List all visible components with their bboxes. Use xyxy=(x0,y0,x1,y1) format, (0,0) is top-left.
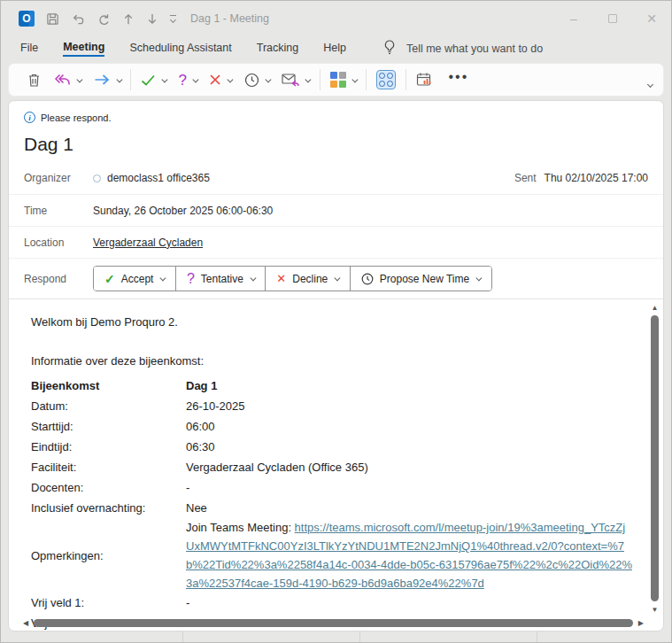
table-row: Eindtijd: 06:30 xyxy=(31,437,633,457)
respond-button[interactable] xyxy=(275,67,316,92)
info-icon: i xyxy=(24,112,35,123)
row-value: 06:30 xyxy=(186,437,633,457)
accept-respond-button[interactable]: ✓ Accept xyxy=(94,267,175,291)
vertical-scroll-thumb[interactable] xyxy=(651,315,659,601)
tab-help[interactable]: Help xyxy=(323,42,346,56)
time-row: Time Sunday, 26 October 2025 06:00-06:30 xyxy=(9,194,663,226)
horizontal-scrollbar[interactable]: ◀ ▶ xyxy=(23,616,644,629)
location-link[interactable]: Vergaderzaal Cycladen xyxy=(93,236,203,249)
scroll-right-icon[interactable]: ▶ xyxy=(633,619,644,627)
collapse-ribbon-icon[interactable] xyxy=(648,74,653,90)
more-commands-button[interactable]: ••• xyxy=(439,69,477,90)
clock-icon xyxy=(361,273,374,285)
chevron-down-icon xyxy=(476,275,482,281)
time-label: Time xyxy=(24,205,93,217)
table-row: Vrij veld 1: - xyxy=(31,593,633,613)
body-intro: Welkom bij Demo Proquro 2. xyxy=(31,315,633,329)
decline-respond-button[interactable]: ✕ Decline xyxy=(265,267,349,291)
organizer-row: Organizer democlass1 office365 Sent Thu … xyxy=(9,162,663,194)
minimize-button[interactable]: – xyxy=(554,1,593,36)
tentative-respond-button[interactable]: ? Tentative xyxy=(175,267,265,291)
chevron-down-icon xyxy=(228,76,233,81)
scroll-up-icon[interactable]: ▲ xyxy=(652,301,659,314)
horizontal-scroll-thumb[interactable] xyxy=(34,619,633,627)
chevron-down-icon xyxy=(77,76,82,81)
sent-value: Thu 02/10/2025 17:00 xyxy=(545,172,648,184)
maximize-button[interactable] xyxy=(593,1,632,36)
outlook-app-icon: O xyxy=(19,11,35,27)
categorize-button[interactable] xyxy=(324,67,363,92)
quick-access-toolbar: O xyxy=(19,11,176,27)
scroll-left-icon[interactable]: ◀ xyxy=(23,619,34,627)
reply-all-button[interactable] xyxy=(47,67,88,92)
organizer-name[interactable]: democlass1 office365 xyxy=(107,172,210,184)
accept-label: Accept xyxy=(121,273,154,285)
propose-new-time-button[interactable] xyxy=(238,67,276,92)
tab-file[interactable]: File xyxy=(20,42,38,56)
ribbon-tabs: File Meeting Scheduling Assistant Tracki… xyxy=(1,36,671,61)
row-value: Dag 1 xyxy=(186,376,633,396)
infobar-message: Please respond. xyxy=(41,112,112,123)
row-label: Datum: xyxy=(31,396,186,416)
question-icon: ? xyxy=(187,271,195,287)
chevron-down-icon xyxy=(335,275,340,281)
meeting-pane: i Please respond. Dag 1 Organizer democl… xyxy=(8,100,664,631)
apps-button[interactable] xyxy=(370,67,402,92)
close-button[interactable]: ✕ xyxy=(632,1,671,36)
undo-icon[interactable] xyxy=(71,12,85,26)
move-up-icon[interactable] xyxy=(122,12,135,26)
presence-icon xyxy=(93,174,101,182)
tell-me-label: Tell me what you want to do xyxy=(406,43,543,55)
row-label: Inclusief overnachting: xyxy=(31,498,186,518)
chevron-down-icon xyxy=(160,275,166,281)
customize-qat-icon[interactable] xyxy=(170,15,176,22)
accept-button[interactable] xyxy=(135,67,173,92)
tentative-button[interactable]: ? xyxy=(173,67,204,92)
move-down-icon[interactable] xyxy=(146,12,158,26)
respond-label: Respond xyxy=(24,273,93,285)
insights-button[interactable] xyxy=(410,67,439,92)
vertical-scrollbar[interactable]: ▲ ▼ xyxy=(648,301,661,616)
delete-button[interactable] xyxy=(21,67,47,92)
row-label: Eindtijd: xyxy=(31,437,186,457)
question-mark-icon: ? xyxy=(179,73,187,88)
chevron-down-icon xyxy=(352,76,358,81)
chevron-down-icon xyxy=(162,76,167,81)
window-controls: – ✕ xyxy=(554,1,671,36)
sent-label: Sent xyxy=(514,172,537,184)
ribbon-separator xyxy=(320,69,321,90)
respond-row: Respond ✓ Accept ? Tentative ✕ Decline xyxy=(9,258,663,298)
table-row: Starttijd: 06:00 xyxy=(31,416,633,437)
ribbon-separator xyxy=(366,69,367,90)
propose-new-time-respond-button[interactable]: Propose New Time xyxy=(350,267,491,291)
maximize-icon xyxy=(608,14,617,23)
redo-icon[interactable] xyxy=(97,12,111,26)
tab-tracking[interactable]: Tracking xyxy=(257,42,298,56)
row-label: Faciliteit: xyxy=(31,457,186,477)
row-label: Docenten: xyxy=(31,477,186,498)
row-value: - xyxy=(186,477,633,498)
row-label: Bijeenkomst xyxy=(31,376,186,396)
save-icon[interactable] xyxy=(46,12,59,26)
window-bottom-strip xyxy=(1,631,671,642)
teams-meeting-prefix: Join Teams Meeting: xyxy=(186,521,295,534)
chevron-down-icon xyxy=(193,76,198,81)
decline-button[interactable] xyxy=(203,67,238,92)
row-value: 06:00 xyxy=(186,416,633,437)
tentative-label: Tentative xyxy=(201,273,243,285)
time-value: Sunday, 26 October 2025 06:00-06:30 xyxy=(93,205,273,217)
titlebar: O xyxy=(1,1,671,36)
table-row: Faciliteit: Vergaderzaal Cycladen (Offic… xyxy=(31,457,633,477)
row-value: Vergaderzaal Cycladen (Office 365) xyxy=(186,457,633,477)
table-row: Inclusief overnachting: Nee xyxy=(31,498,633,518)
decline-label: Decline xyxy=(292,273,328,285)
tell-me-box[interactable]: Tell me what you want to do xyxy=(383,40,543,58)
tab-meeting[interactable]: Meeting xyxy=(63,41,104,57)
sent-info: Sent Thu 02/10/2025 17:00 xyxy=(514,172,648,184)
table-row-opmerkingen: Opmerkingen: Join Teams Meeting: https:/… xyxy=(31,518,633,593)
lightbulb-icon xyxy=(383,40,396,58)
forward-button[interactable] xyxy=(88,67,127,92)
tab-scheduling-assistant[interactable]: Scheduling Assistant xyxy=(129,42,231,56)
scroll-down-icon[interactable]: ▼ xyxy=(652,603,659,616)
outlook-meeting-window: O xyxy=(0,0,672,643)
